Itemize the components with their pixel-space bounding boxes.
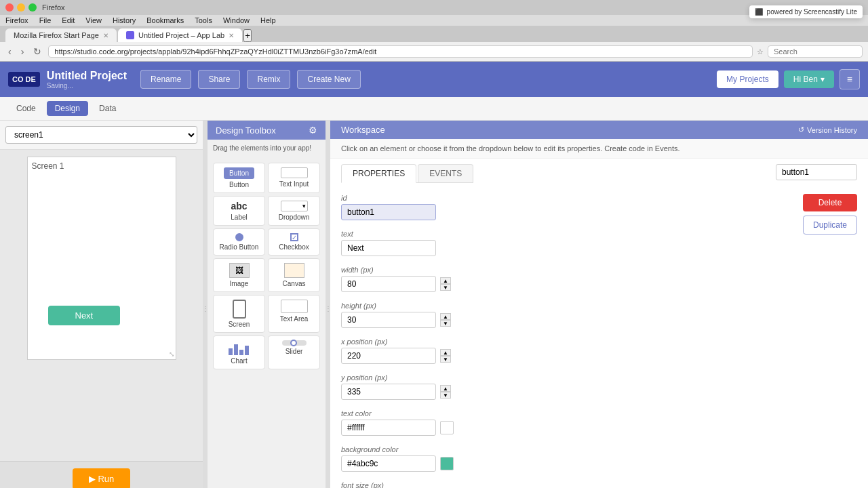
textinput-tool-icon: [281, 167, 308, 178]
bookmark-button[interactable]: ☆: [757, 47, 764, 56]
menu-tools[interactable]: Tools: [195, 16, 212, 24]
tool-image[interactable]: 🖼 Image: [213, 258, 265, 292]
canvas-tool-label: Canvas: [283, 280, 306, 287]
rename-button[interactable]: Rename: [140, 70, 191, 89]
header-right: My Projects Hi Ben ▾ ≡: [717, 69, 860, 89]
height-down-button[interactable]: ▼: [440, 320, 451, 327]
nav-reload-button[interactable]: ↻: [31, 45, 44, 58]
tool-radio-button[interactable]: Radio Button: [213, 228, 265, 256]
tool-textarea[interactable]: Text Area: [268, 295, 320, 333]
canvas-next-button[interactable]: Next: [48, 306, 121, 325]
properties-content: id text width (px): [330, 183, 868, 488]
prop-text-color: text color: [341, 409, 792, 436]
prop-bg-color-input[interactable]: [341, 455, 436, 472]
prop-actions: Delete Duplicate: [803, 194, 857, 488]
label-tool-icon: abc: [231, 201, 247, 211]
tab-events[interactable]: EVENTS: [418, 164, 473, 182]
menu-window[interactable]: Window: [223, 16, 250, 24]
hamburger-menu-button[interactable]: ≡: [840, 69, 860, 89]
traffic-light-fullscreen[interactable]: [28, 3, 37, 12]
prop-width-input[interactable]: [341, 276, 436, 292]
prop-height-input[interactable]: [341, 312, 436, 328]
browser-tab-applab[interactable]: Untitled Project – App Lab ✕: [118, 28, 242, 42]
height-up-button[interactable]: ▲: [440, 313, 451, 320]
text-color-swatch[interactable]: [440, 421, 454, 434]
tab-close-applab[interactable]: ✕: [229, 32, 234, 39]
prop-x-input[interactable]: [341, 348, 436, 364]
share-button[interactable]: Share: [198, 70, 240, 89]
menu-bookmarks[interactable]: Bookmarks: [146, 16, 184, 24]
dropdown-tool-label: Dropdown: [279, 214, 310, 221]
tool-slider[interactable]: Slider: [268, 336, 320, 369]
remix-button[interactable]: Remix: [247, 70, 290, 89]
create-new-button[interactable]: Create New: [297, 70, 360, 89]
nav-back-button[interactable]: ‹: [5, 45, 14, 58]
menu-firefox[interactable]: Firefox: [5, 16, 28, 24]
run-button[interactable]: ▶ Run: [73, 468, 130, 488]
hi-ben-button[interactable]: Hi Ben ▾: [784, 70, 834, 88]
duplicate-button[interactable]: Duplicate: [803, 216, 857, 235]
prop-text-color-input[interactable]: [341, 420, 436, 436]
menu-history[interactable]: History: [113, 16, 136, 24]
toolbox-grid: Button Button Text Input abc Label ▾: [208, 157, 326, 375]
tab-design[interactable]: Design: [47, 101, 88, 116]
chart-tool-icon: [229, 340, 250, 355]
menu-edit[interactable]: Edit: [62, 16, 75, 24]
workspace-header: Workspace ↺ Version History: [330, 121, 868, 139]
tool-chart[interactable]: Chart: [213, 336, 265, 369]
width-down-button[interactable]: ▼: [440, 284, 451, 291]
x-down-button[interactable]: ▼: [440, 356, 451, 363]
screen-select[interactable]: screen1: [5, 126, 197, 144]
search-input[interactable]: [768, 45, 863, 58]
prop-id: id: [341, 194, 792, 220]
menu-file[interactable]: File: [39, 16, 52, 24]
my-projects-button[interactable]: My Projects: [717, 70, 778, 88]
new-tab-button[interactable]: +: [243, 29, 252, 42]
properties-fields: id text width (px): [341, 194, 792, 488]
traffic-light-minimize[interactable]: [17, 3, 25, 12]
tool-screen[interactable]: Screen: [213, 295, 265, 333]
width-up-button[interactable]: ▲: [440, 277, 451, 284]
menu-help[interactable]: Help: [260, 16, 276, 24]
menu-view[interactable]: View: [85, 16, 102, 24]
prop-y-input[interactable]: [341, 384, 436, 400]
toolbox-header: Design Toolbox ⚙: [208, 121, 326, 140]
screen-tool-label: Screen: [229, 321, 250, 328]
tool-dropdown[interactable]: ▾ Dropdown: [268, 196, 320, 226]
canvas-resize-handle[interactable]: ⤡: [169, 350, 174, 358]
dropdown-tool-icon: ▾: [281, 201, 308, 211]
tool-button[interactable]: Button Button: [213, 163, 265, 193]
traffic-light-close[interactable]: [5, 3, 14, 12]
toolbox-gear-icon[interactable]: ⚙: [309, 125, 317, 136]
traffic-lights: [5, 3, 37, 12]
toolbox-description: Drag the elements into your app!: [208, 140, 326, 157]
y-down-button[interactable]: ▼: [440, 392, 451, 399]
tab-close-firefox[interactable]: ✕: [103, 32, 108, 39]
tool-checkbox[interactable]: ✓ Checkbox: [268, 228, 320, 256]
properties-main: id text width (px): [341, 194, 857, 488]
bg-color-swatch[interactable]: [440, 457, 454, 470]
prop-height-label: height (px): [341, 302, 792, 310]
tab-data[interactable]: Data: [91, 101, 124, 116]
tool-text-input[interactable]: Text Input: [268, 163, 320, 193]
prop-text-color-row: [341, 420, 792, 436]
tool-canvas[interactable]: Canvas: [268, 258, 320, 292]
prop-y: y position (px) ▲ ▼: [341, 373, 792, 400]
nav-forward-button[interactable]: ›: [18, 45, 27, 58]
prop-width-label: width (px): [341, 266, 792, 274]
tab-code[interactable]: Code: [8, 101, 44, 116]
x-up-button[interactable]: ▲: [440, 349, 451, 356]
version-history-button[interactable]: ↺ Version History: [798, 125, 857, 134]
tool-label[interactable]: abc Label: [213, 196, 265, 226]
workspace-title: Workspace: [341, 125, 385, 135]
element-selector[interactable]: button1: [776, 164, 857, 180]
y-up-button[interactable]: ▲: [440, 385, 451, 392]
address-bar[interactable]: [48, 45, 753, 58]
prop-text-input[interactable]: [341, 240, 436, 256]
tab-properties[interactable]: PROPERTIES: [341, 164, 416, 183]
browser-tab-firefox[interactable]: Mozilla Firefox Start Page ✕: [5, 28, 117, 42]
prop-id-input[interactable]: [341, 204, 436, 220]
prop-y-label: y position (px): [341, 373, 792, 382]
delete-button[interactable]: Delete: [803, 194, 857, 211]
slider-tool-label: Slider: [285, 348, 303, 355]
